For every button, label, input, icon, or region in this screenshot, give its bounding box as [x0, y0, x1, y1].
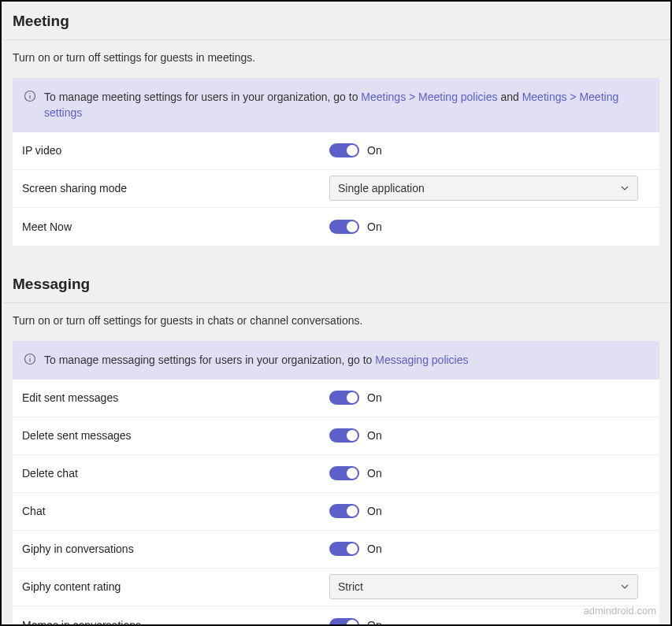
chat-toggle[interactable]: [329, 504, 359, 518]
screen-sharing-row: Screen sharing mode Single application: [13, 170, 659, 208]
meeting-banner-text: To manage meeting settings for users in …: [44, 89, 648, 121]
info-icon: [24, 90, 36, 106]
giphy-rating-select[interactable]: Strict: [329, 574, 638, 599]
giphy-rating-value: Strict: [338, 580, 363, 593]
svg-point-5: [29, 356, 30, 357]
giphy-label: Giphy in conversations: [22, 543, 329, 555]
giphy-toggle[interactable]: [329, 542, 359, 556]
memes-label: Memes in conversations: [22, 619, 329, 626]
svg-point-2: [29, 93, 30, 94]
edit-sent-toggle[interactable]: [329, 391, 359, 405]
memes-row: Memes in conversations On: [13, 606, 659, 626]
ip-video-state: On: [367, 144, 382, 157]
delete-chat-row: Delete chat On: [13, 455, 659, 493]
meet-now-state: On: [367, 220, 382, 233]
banner-conj: and: [498, 91, 522, 103]
giphy-state: On: [367, 543, 382, 555]
messaging-info-banner: To manage messaging settings for users i…: [13, 341, 659, 380]
meeting-info-banner: To manage meeting settings for users in …: [13, 78, 659, 132]
giphy-row: Giphy in conversations On: [13, 531, 659, 569]
delete-sent-toggle[interactable]: [329, 428, 359, 443]
meeting-section-desc: Turn on or turn off settings for guests …: [2, 40, 670, 78]
edit-sent-label: Edit sent messages: [22, 391, 329, 404]
watermark: admindroid.com: [584, 605, 657, 617]
chat-state: On: [367, 505, 382, 517]
meet-now-label: Meet Now: [22, 220, 329, 233]
meeting-policies-link[interactable]: Meetings > Meeting policies: [361, 91, 497, 103]
screen-sharing-label: Screen sharing mode: [22, 182, 329, 194]
screen-sharing-value: Single application: [338, 182, 425, 194]
delete-chat-toggle[interactable]: [329, 466, 359, 480]
screen-sharing-select[interactable]: Single application: [329, 176, 638, 201]
delete-sent-row: Delete sent messages On: [13, 417, 659, 455]
messaging-settings-card: Edit sent messages On Delete sent messag…: [13, 380, 659, 626]
delete-chat-state: On: [367, 467, 382, 480]
meeting-section-title: Meeting: [2, 13, 670, 39]
messaging-policies-link[interactable]: Messaging policies: [375, 354, 468, 366]
ip-video-row: IP video On: [13, 132, 659, 170]
chevron-down-icon: [620, 582, 629, 591]
edit-sent-row: Edit sent messages On: [13, 380, 659, 417]
delete-sent-state: On: [367, 429, 382, 442]
banner-prefix: To manage meeting settings for users in …: [44, 91, 361, 103]
chat-label: Chat: [22, 505, 329, 517]
delete-chat-label: Delete chat: [22, 467, 329, 480]
giphy-rating-row: Giphy content rating Strict: [13, 569, 659, 606]
meeting-settings-card: IP video On Screen sharing mode Single a…: [13, 132, 659, 246]
info-icon: [24, 353, 36, 369]
messaging-section-title: Messaging: [2, 276, 670, 302]
ip-video-toggle[interactable]: [329, 143, 359, 157]
chevron-down-icon: [620, 183, 629, 193]
banner-prefix: To manage messaging settings for users i…: [44, 354, 375, 366]
ip-video-label: IP video: [22, 144, 329, 157]
meet-now-row: Meet Now On: [13, 208, 659, 246]
giphy-rating-label: Giphy content rating: [22, 580, 329, 593]
edit-sent-state: On: [367, 391, 382, 404]
messaging-section-desc: Turn on or turn off settings for guests …: [2, 303, 670, 341]
memes-toggle[interactable]: [329, 618, 359, 626]
chat-row: Chat On: [13, 493, 659, 531]
meet-now-toggle[interactable]: [329, 220, 359, 234]
messaging-banner-text: To manage messaging settings for users i…: [44, 352, 469, 368]
memes-state: On: [367, 619, 382, 626]
delete-sent-label: Delete sent messages: [22, 429, 329, 442]
